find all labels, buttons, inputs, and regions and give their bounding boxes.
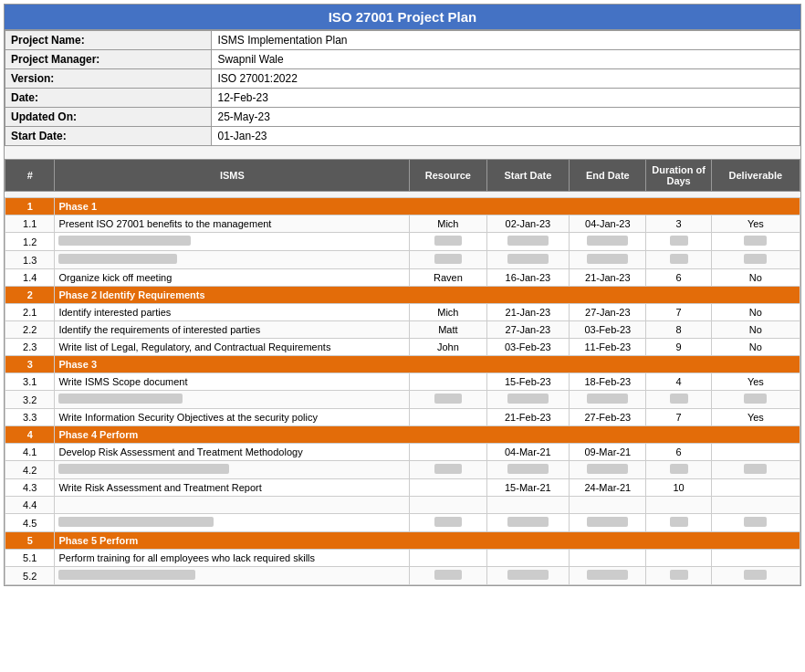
header-isms: ISMS <box>55 160 410 192</box>
row-end-date <box>570 497 646 514</box>
row-isms: Perform training for all employees who l… <box>55 550 410 567</box>
row-start-date <box>486 461 570 479</box>
date-label: Date: <box>5 89 212 108</box>
row-num: 1.1 <box>5 215 55 233</box>
row-num: 4.4 <box>5 497 55 514</box>
project-name-value: ISMS Implementation Plan <box>212 31 800 50</box>
row-resource: John <box>410 339 486 356</box>
row-deliverable: No <box>711 269 800 287</box>
row-duration: 8 <box>646 321 711 339</box>
row-num: 3.3 <box>5 409 55 426</box>
info-table: Project Name: ISMS Implementation Plan P… <box>5 30 800 146</box>
row-isms: Develop Risk Assessment and Treatment Me… <box>55 444 410 461</box>
table-row: 2.3 Write list of Legal, Regulatory, and… <box>5 339 800 356</box>
row-resource: Mich <box>410 304 486 321</box>
row-isms <box>55 567 410 585</box>
row-start-date: 27-Jan-23 <box>486 321 570 339</box>
row-num: 4.2 <box>5 461 55 479</box>
row-end-date <box>570 550 646 567</box>
row-num: 3.1 <box>5 373 55 391</box>
row-end-date <box>570 251 646 269</box>
row-start-date <box>486 391 570 409</box>
table-row: 2.2 Identify the requirements of interes… <box>5 321 800 339</box>
row-num: 5.2 <box>5 567 55 585</box>
project-name-label: Project Name: <box>5 31 212 50</box>
table-row: 1.2 <box>5 233 800 251</box>
table-row: 4.2 <box>5 461 800 479</box>
row-resource <box>410 373 486 391</box>
row-resource <box>410 251 486 269</box>
table-row: 1 Phase 1 <box>5 198 800 215</box>
row-start-date: 21-Feb-23 <box>486 409 570 426</box>
row-end-date: 21-Jan-23 <box>570 269 646 287</box>
row-end-date <box>570 514 646 532</box>
row-deliverable <box>711 391 800 409</box>
version-label: Version: <box>5 69 212 89</box>
row-duration: 4 <box>646 373 711 391</box>
row-duration: 7 <box>646 409 711 426</box>
row-deliverable <box>711 567 800 585</box>
row-resource <box>410 233 486 251</box>
row-deliverable <box>711 233 800 251</box>
row-deliverable <box>711 514 800 532</box>
row-isms <box>55 233 410 251</box>
row-resource <box>410 497 486 514</box>
header-resource: Resource <box>410 160 486 192</box>
row-isms <box>55 461 410 479</box>
table-row: 4 Phase 4 Perform <box>5 426 800 444</box>
row-isms: Write Risk Assessment and Treatment Repo… <box>55 479 410 497</box>
row-duration <box>646 514 711 532</box>
header-deliverable: Deliverable <box>711 160 800 192</box>
row-duration <box>646 461 711 479</box>
table-row: 5 Phase 5 Perform <box>5 532 800 550</box>
row-duration <box>646 391 711 409</box>
table-row: 1.3 <box>5 251 800 269</box>
row-start-date <box>486 550 570 567</box>
row-num: 2.3 <box>5 339 55 356</box>
version-value: ISO 27001:2022 <box>212 69 800 89</box>
row-num: 2.1 <box>5 304 55 321</box>
row-num: 1.3 <box>5 251 55 269</box>
date-value: 12-Feb-23 <box>212 89 800 108</box>
phase-title: Phase 2 Identify Requirements <box>55 287 800 304</box>
header-duration: Duration of Days <box>646 160 711 192</box>
table-row: 1.1 Present ISO 27001 benefits to the ma… <box>5 215 800 233</box>
row-resource <box>410 479 486 497</box>
row-start-date: 15-Mar-21 <box>486 479 570 497</box>
row-end-date: 11-Feb-23 <box>570 339 646 356</box>
row-duration: 3 <box>646 215 711 233</box>
row-start-date: 16-Jan-23 <box>486 269 570 287</box>
phase-title: Phase 5 Perform <box>55 532 800 550</box>
row-end-date: 09-Mar-21 <box>570 444 646 461</box>
table-row: 4.5 <box>5 514 800 532</box>
row-start-date: 03-Feb-23 <box>486 339 570 356</box>
page-title: ISO 27001 Project Plan <box>5 5 800 30</box>
phase-num: 3 <box>5 356 55 373</box>
row-deliverable <box>711 479 800 497</box>
table-row: 1.4 Organize kick off meeting Raven 16-J… <box>5 269 800 287</box>
row-duration <box>646 233 711 251</box>
row-resource <box>410 444 486 461</box>
phase-title: Phase 3 <box>55 356 800 373</box>
row-resource: Raven <box>410 269 486 287</box>
row-isms: Identify the requirements of interested … <box>55 321 410 339</box>
phase-num: 1 <box>5 198 55 215</box>
header-start-date: Start Date <box>486 160 570 192</box>
row-start-date <box>486 514 570 532</box>
header-end-date: End Date <box>570 160 646 192</box>
phase-title: Phase 1 <box>55 198 800 215</box>
row-deliverable: No <box>711 339 800 356</box>
table-row: 2.1 Identify interested parties Mich 21-… <box>5 304 800 321</box>
row-start-date: 21-Jan-23 <box>486 304 570 321</box>
table-row: 4.4 <box>5 497 800 514</box>
row-end-date: 24-Mar-21 <box>570 479 646 497</box>
row-isms: Organize kick off meeting <box>55 269 410 287</box>
table-row: 2 Phase 2 Identify Requirements <box>5 287 800 304</box>
row-duration: 6 <box>646 444 711 461</box>
phase-num: 4 <box>5 426 55 444</box>
row-duration <box>646 567 711 585</box>
row-num: 1.4 <box>5 269 55 287</box>
row-start-date <box>486 567 570 585</box>
table-row: 3 Phase 3 <box>5 356 800 373</box>
row-duration: 7 <box>646 304 711 321</box>
